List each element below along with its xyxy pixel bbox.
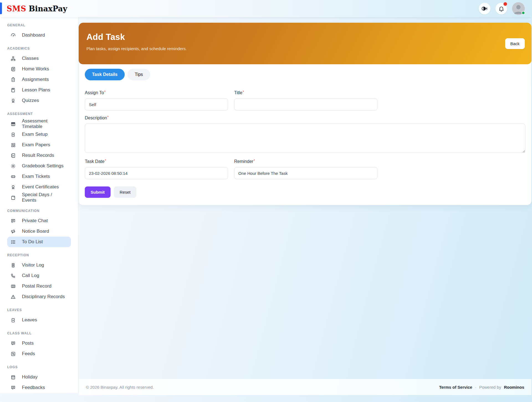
footer-separator: · — [475, 385, 476, 390]
sidebar-item-assignments[interactable]: Assignments — [7, 74, 71, 85]
powered-by-text: Powered by — [479, 385, 501, 390]
sidebar-item-label: Holiday — [22, 374, 38, 380]
checkbox-grid-icon — [11, 142, 16, 148]
reset-button[interactable]: Reset — [114, 186, 136, 198]
sidebar-item-posts[interactable]: Posts — [7, 338, 71, 349]
chat-lines-icon — [11, 341, 16, 346]
sidebar-item-label: Private Chat — [22, 218, 48, 224]
tab-tips[interactable]: Tips — [127, 69, 150, 80]
sidebar-item-call-log[interactable]: Call Log — [7, 270, 71, 281]
topbar-actions — [479, 2, 532, 15]
sidebar-item-dashboard[interactable]: Dashboard — [7, 30, 71, 40]
theme-contrast-sun-icon — [481, 5, 488, 12]
calendar-icon — [11, 195, 16, 200]
sidebar-item-exam-papers[interactable]: Exam Papers — [7, 140, 71, 150]
description-textarea[interactable] — [85, 124, 525, 153]
sidebar-item-exam-tickets[interactable]: Exam Tickets — [7, 171, 71, 182]
sidebar-item-visitor-log[interactable]: Visitor Log — [7, 260, 71, 270]
sidebar-item-holiday[interactable]: Holiday — [7, 372, 71, 382]
clipboard-heart-icon — [11, 317, 16, 323]
tab-task-details[interactable]: Task Details — [85, 69, 125, 80]
notebook-icon — [11, 66, 16, 72]
sidebar-item-label: Special Days / Events — [22, 192, 68, 203]
sidebar-item-event-certificates[interactable]: Event Certificates — [7, 182, 71, 192]
sidebar-item-private-chat[interactable]: Private Chat — [7, 216, 71, 226]
sidebar-item-lesson-plans[interactable]: Lesson Plans — [7, 85, 71, 95]
sidebar-item-quizzes[interactable]: Quizzes — [7, 95, 71, 106]
theme-toggle-button[interactable] — [479, 3, 490, 14]
chat-icon — [11, 218, 16, 224]
sidebar-item-label: Gradebook Settings — [22, 163, 63, 169]
sidebar-item-disciplinary-records[interactable]: Disciplinary Records — [7, 291, 71, 302]
sidebar-item-label: Notice Board — [22, 229, 49, 234]
sidebar-item-classes[interactable]: Classes — [7, 53, 71, 64]
tab-bar: Task Details Tips — [79, 64, 531, 80]
sidebar-item-notice-board[interactable]: Notice Board — [7, 226, 71, 237]
sidebar-item-label: Assessment Timetable — [22, 118, 68, 129]
book-icon — [11, 88, 16, 93]
sidebar-section-title: RECEPTION — [0, 253, 78, 257]
sidebar-item-label: Visitor Log — [22, 262, 44, 268]
assign-to-select[interactable] — [85, 98, 228, 111]
logo-accent-bar — [0, 2, 2, 14]
sidebar-item-label: Result Records — [22, 153, 54, 158]
sidebar-item-result-records[interactable]: Result Records — [7, 150, 71, 161]
sidebar-section-title: LOGS — [0, 365, 78, 369]
task-form: Assign To* Title* Description* Task Date… — [79, 80, 531, 205]
footer: © 2026 Binaxpay. All rights reserved. Te… — [79, 379, 531, 395]
bell-icon — [498, 6, 505, 12]
assign-to-label: Assign To* — [85, 90, 228, 95]
page-header: Add Task Plan tasks, assign recipients, … — [79, 23, 531, 64]
sidebar-item-gradebook-settings[interactable]: Gradebook Settings — [7, 161, 71, 171]
sidebar-item-feedbacks[interactable]: Feedbacks — [7, 382, 71, 393]
sidebar-item-special-days-events[interactable]: Special Days / Events — [7, 192, 71, 203]
medal-icon — [11, 98, 16, 103]
notification-badge-dot — [503, 2, 507, 6]
title-input[interactable] — [234, 98, 377, 111]
top-header-bar: SMS BinaxPay — [0, 0, 532, 17]
vendor-link[interactable]: Roominos — [504, 385, 524, 390]
postal-icon — [11, 284, 16, 289]
list-check-icon — [11, 153, 16, 158]
submit-button[interactable]: Submit — [85, 186, 111, 198]
sidebar-item-label: Feedbacks — [22, 385, 45, 390]
profile-menu[interactable] — [512, 2, 525, 15]
sidebar-item-feeds[interactable]: Feeds — [7, 349, 71, 359]
sidebar-item-label: To Do List — [22, 239, 43, 245]
sidebar-item-label: Dashboard — [22, 32, 45, 38]
add-task-card: Add Task Plan tasks, assign recipients, … — [79, 23, 531, 205]
reminder-label: Reminder* — [234, 158, 377, 164]
sidebar-item-label: Posts — [22, 340, 34, 346]
sidebar-item-label: Lesson Plans — [22, 87, 50, 93]
sidebar-item-label: Exam Papers — [22, 142, 50, 148]
back-button[interactable]: Back — [505, 38, 525, 49]
sidebar-item-label: Disciplinary Records — [22, 294, 65, 299]
sidebar-item-label: Feeds — [22, 351, 35, 357]
copyright-text: © 2026 Binaxpay. All rights reserved. — [86, 385, 154, 390]
app-logo[interactable]: SMS BinaxPay — [0, 4, 67, 13]
logo-prefix: SMS — [7, 4, 26, 13]
sitemap-icon — [11, 56, 16, 61]
sidebar-item-home-works[interactable]: Home Works — [7, 64, 71, 74]
rss-icon — [11, 351, 16, 357]
reminder-select[interactable] — [234, 167, 377, 179]
warning-triangle-icon — [11, 294, 16, 299]
sidebar-item-label: Leaves — [22, 317, 37, 323]
clipboard-check-icon — [11, 77, 16, 82]
notifications-button[interactable] — [495, 3, 507, 14]
logo-brand: BinaxPay — [29, 4, 67, 13]
sidebar-item-label: Exam Setup — [22, 132, 48, 137]
sidebar-item-leaves[interactable]: Leaves — [7, 315, 71, 325]
sidebar-item-exam-setup[interactable]: Exam Setup — [7, 129, 71, 140]
gear-icon — [11, 163, 16, 169]
chat-lines-icon — [11, 385, 16, 390]
terms-of-service-link[interactable]: Terms of Service — [439, 385, 472, 390]
sidebar: GENERALDashboardACADEMICSClassesHome Wor… — [0, 17, 78, 393]
id-card-icon — [11, 263, 16, 268]
task-date-input[interactable] — [85, 167, 228, 179]
sidebar-item-to-do-list[interactable]: To Do List — [7, 237, 71, 247]
task-date-label: Task Date* — [85, 158, 228, 164]
sidebar-item-assessment-timetable[interactable]: Assessment Timetable — [7, 119, 71, 129]
medal-icon — [11, 185, 16, 190]
sidebar-item-postal-record[interactable]: Postal Record — [7, 281, 71, 291]
